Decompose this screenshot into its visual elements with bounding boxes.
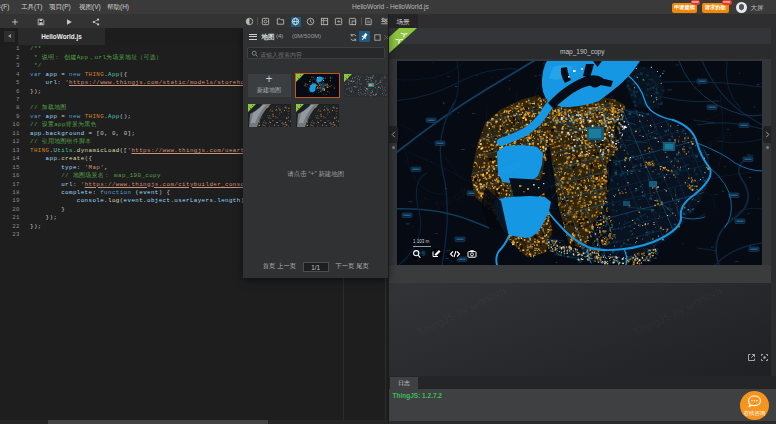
svg-text:1 103 m: 1 103 m [413, 239, 430, 244]
